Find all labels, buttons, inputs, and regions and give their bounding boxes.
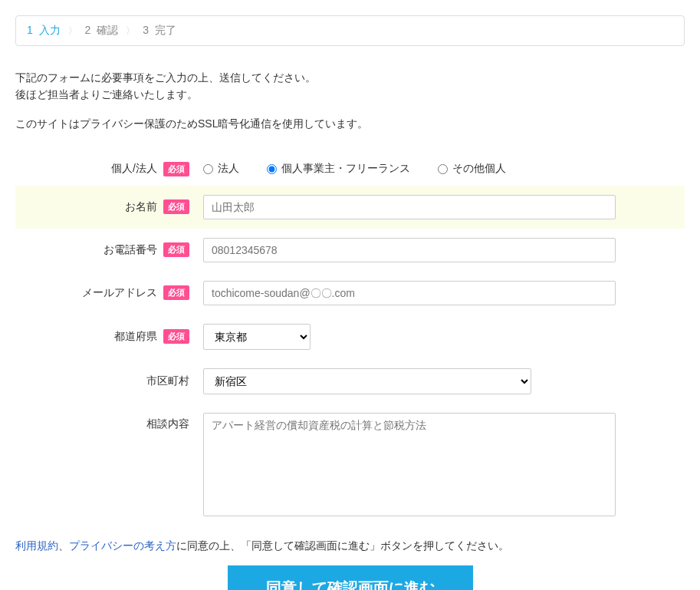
required-badge: 必須 [163, 199, 189, 214]
step-label: 入力 [39, 24, 61, 36]
required-badge: 必須 [163, 162, 189, 176]
radio-label: 個人事業主・フリーランス [281, 162, 410, 176]
submit-wrap: 同意して確認画面に進む [15, 565, 685, 590]
intro-line-1: 下記のフォームに必要事項をご入力の上、送信してください。 [15, 71, 316, 84]
label-inquiry: 相談内容 [146, 417, 189, 431]
row-email: メールアドレス 必須 [15, 272, 685, 315]
step-label: 完了 [155, 24, 176, 36]
privacy-link[interactable]: プライバシーの考え方 [69, 539, 176, 552]
breadcrumb-step-2: 2 確認 [85, 24, 119, 38]
prefecture-select[interactable]: 東京都 [203, 324, 311, 350]
radio-corp[interactable] [203, 164, 213, 174]
inquiry-textarea[interactable] [203, 413, 616, 516]
breadcrumb: 1 入力 〉 2 確認 〉 3 完了 [15, 15, 685, 46]
step-number: 2 [85, 24, 91, 36]
email-input[interactable] [203, 281, 616, 305]
label-phone: お電話番号 [104, 243, 157, 257]
radio-other[interactable] [438, 164, 448, 174]
required-badge: 必須 [163, 329, 189, 344]
terms-tail: に同意の上、「同意して確認画面に進む」ボタンを押してください。 [176, 539, 509, 552]
row-name: お名前 必須 [15, 186, 685, 229]
submit-button[interactable]: 同意して確認画面に進む [228, 565, 473, 590]
required-badge: 必須 [163, 242, 189, 257]
intro-text: 下記のフォームに必要事項をご入力の上、送信してください。 後ほど担当者よりご連絡… [15, 69, 685, 104]
label-city: 市区町村 [146, 374, 189, 388]
row-inquiry: 相談内容 [15, 404, 685, 526]
step-number: 3 [143, 24, 149, 36]
name-input[interactable] [203, 195, 616, 219]
label-prefecture: 都道府県 [114, 330, 157, 344]
radio-option-sole[interactable]: 個人事業主・フリーランス [267, 162, 410, 176]
radio-option-corp[interactable]: 法人 [203, 162, 239, 176]
label-entity-type: 個人/法人 [111, 162, 157, 176]
separator: 、 [58, 539, 69, 552]
chevron-right-icon: 〉 [126, 25, 135, 38]
phone-input[interactable] [203, 238, 616, 262]
radio-label: その他個人 [452, 162, 506, 176]
radio-option-other[interactable]: その他個人 [438, 162, 506, 176]
city-select[interactable]: 新宿区 [203, 368, 531, 394]
required-badge: 必須 [163, 285, 189, 300]
row-city: 市区町村 新宿区 [15, 359, 685, 404]
entity-type-radio-group: 法人 個人事業主・フリーランス その他個人 [203, 162, 506, 176]
intro-line-2: 後ほど担当者よりご連絡いたします。 [15, 88, 198, 101]
label-email: メールアドレス [82, 286, 157, 300]
step-label: 確認 [97, 24, 118, 36]
chevron-right-icon: 〉 [68, 25, 77, 38]
tos-link[interactable]: 利用規約 [15, 539, 58, 552]
radio-sole[interactable] [267, 164, 277, 174]
breadcrumb-step-3: 3 完了 [143, 24, 176, 38]
terms-line: 利用規約、プライバシーの考え方に同意の上、「同意して確認画面に進む」ボタンを押し… [15, 539, 685, 553]
radio-label: 法人 [218, 162, 239, 176]
breadcrumb-step-1: 1 入力 [27, 24, 61, 38]
row-entity-type: 個人/法人 必須 法人 個人事業主・フリーランス その他個人 [15, 153, 685, 186]
label-name: お名前 [125, 200, 157, 214]
row-prefecture: 都道府県 必須 東京都 [15, 315, 685, 359]
ssl-note: このサイトはプライバシー保護のためSSL暗号化通信を使用しています。 [15, 117, 685, 131]
row-phone: お電話番号 必須 [15, 229, 685, 272]
step-number: 1 [27, 24, 33, 36]
